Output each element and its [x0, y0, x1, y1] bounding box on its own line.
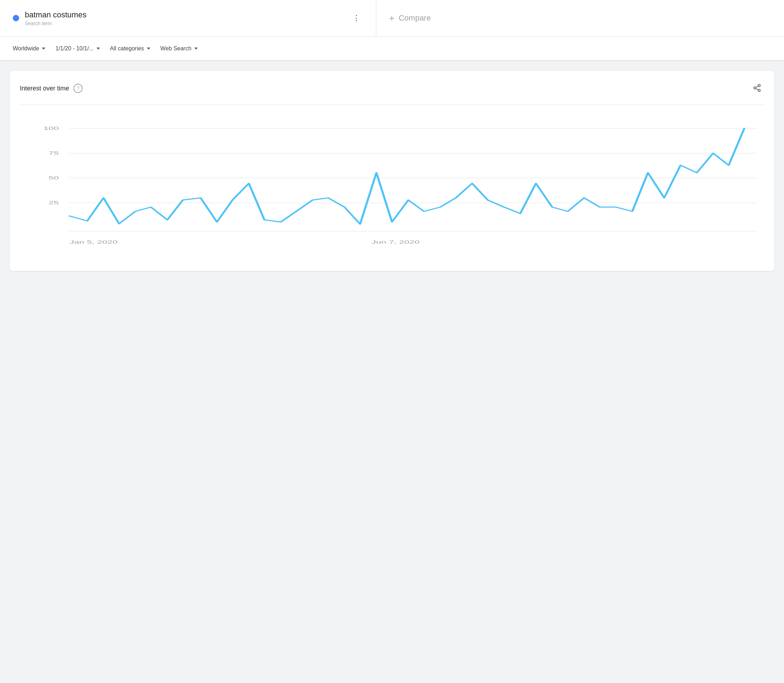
y-label-50: 50: [48, 175, 59, 181]
term-dot: [13, 15, 19, 21]
top-section: batman costumes Search term ⋮ + Compare …: [0, 0, 784, 61]
filters-row: Worldwide 1/1/20 - 10/1/... All categori…: [0, 37, 784, 60]
share-button[interactable]: [750, 81, 764, 96]
search-type-chevron-icon: [194, 48, 198, 50]
svg-line-3: [756, 88, 758, 90]
interest-over-time-chart: 100 75 50 25 Jan 5, 2020 Jun 7, 2020: [20, 111, 764, 260]
category-filter-label: All categories: [110, 45, 144, 52]
x-label-jun: Jun 7, 2020: [372, 239, 420, 245]
search-term-card: batman costumes Search term ⋮: [0, 0, 376, 37]
x-label-jan: Jan 5, 2020: [69, 239, 118, 245]
y-label-25: 25: [48, 200, 59, 205]
category-chevron-icon: [147, 48, 150, 50]
chart-title-row: Interest over time ?: [20, 84, 83, 93]
category-filter-button[interactable]: All categories: [110, 42, 157, 55]
main-content: Interest over time ?: [0, 61, 784, 285]
search-term-text: batman costumes Search term: [25, 10, 87, 27]
more-options-button[interactable]: ⋮: [350, 11, 363, 25]
region-filter-label: Worldwide: [13, 45, 39, 52]
compare-plus-icon: +: [389, 13, 394, 24]
chart-header: Interest over time ?: [20, 81, 764, 96]
chart-card: Interest over time ?: [10, 71, 774, 271]
search-term-sublabel: Search term: [25, 21, 52, 26]
question-mark: ?: [77, 85, 79, 91]
region-filter-button[interactable]: Worldwide: [13, 42, 52, 55]
y-label-75: 75: [48, 151, 59, 156]
date-filter-label: 1/1/20 - 10/1/...: [55, 45, 94, 52]
search-type-filter-label: Web Search: [160, 45, 191, 52]
search-term-label: batman costumes: [25, 10, 87, 20]
search-terms-row: batman costumes Search term ⋮ + Compare: [0, 0, 784, 37]
svg-line-4: [756, 86, 758, 87]
date-filter-button[interactable]: 1/1/20 - 10/1/...: [55, 42, 106, 55]
compare-label: Compare: [399, 13, 430, 23]
share-icon: [753, 84, 761, 92]
chart-svg-container: 100 75 50 25 Jan 5, 2020 Jun 7, 2020: [20, 111, 764, 260]
help-icon[interactable]: ?: [74, 84, 83, 93]
chart-area: 100 75 50 25 Jan 5, 2020 Jun 7, 2020: [20, 104, 764, 260]
chart-title: Interest over time: [20, 85, 69, 92]
search-term-left: batman costumes Search term: [13, 10, 87, 27]
date-chevron-icon: [96, 48, 100, 50]
more-dots-icon: ⋮: [353, 14, 360, 22]
compare-card[interactable]: + Compare: [376, 0, 784, 37]
y-label-100: 100: [43, 125, 59, 131]
region-chevron-icon: [42, 48, 45, 50]
search-type-filter-button[interactable]: Web Search: [160, 42, 204, 55]
chart-polyline: [69, 128, 744, 224]
